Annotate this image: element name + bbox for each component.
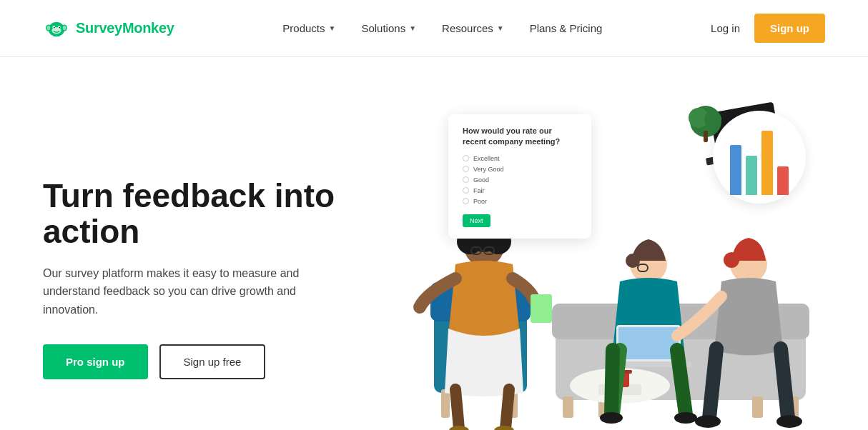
login-button[interactable]: Log in	[711, 22, 740, 34]
radio-icon	[463, 155, 469, 161]
svg-point-49	[695, 415, 721, 428]
nav-item-plans[interactable]: Plans & Pricing	[530, 22, 603, 34]
svg-point-46	[674, 412, 697, 424]
svg-rect-43	[618, 327, 679, 359]
nav-item-resources[interactable]: Resources ▼	[442, 22, 504, 34]
survey-question: How would you rate our recent company me…	[463, 126, 577, 148]
logo-icon	[43, 19, 70, 39]
hero-subtitle: Our survey platform makes it easy to mea…	[43, 264, 329, 319]
scene: How would you rate our recent company me…	[391, 100, 820, 430]
svg-point-50	[776, 415, 802, 428]
svg-point-9	[59, 26, 60, 28]
svg-point-3	[46, 25, 50, 30]
hero-illustration: How would you rate our recent company me…	[386, 100, 825, 430]
svg-point-45	[600, 412, 623, 424]
pro-signup-button[interactable]: Pro sign up	[43, 344, 148, 379]
chart-bubble	[713, 111, 806, 204]
free-signup-button[interactable]: Sign up free	[159, 344, 266, 379]
svg-point-48	[724, 252, 739, 268]
hero-section: Turn feedback into action Our survey pla…	[0, 57, 868, 430]
radio-icon	[463, 198, 469, 204]
chevron-down-icon: ▼	[409, 24, 416, 32]
svg-point-8	[54, 26, 55, 28]
logo[interactable]: SurveyMonkey	[43, 19, 174, 39]
nav-item-solutions[interactable]: Solutions ▼	[361, 22, 416, 34]
radio-icon	[463, 176, 469, 183]
survey-option-fair: Fair	[463, 187, 577, 194]
nav-actions: Log in Sign up	[711, 14, 825, 43]
svg-rect-16	[563, 396, 573, 418]
chevron-down-icon: ▼	[497, 24, 504, 32]
survey-option-poor: Poor	[463, 198, 577, 205]
radio-icon	[463, 166, 469, 172]
main-nav: Products ▼ Solutions ▼ Resources ▼ Plans…	[282, 22, 602, 34]
svg-point-12	[704, 111, 721, 128]
hero-buttons: Pro sign up Sign up free	[43, 344, 386, 379]
chart-bar-1	[730, 145, 741, 195]
survey-option-excellent: Excellent	[463, 155, 577, 162]
chart-bar-3	[761, 131, 773, 195]
svg-point-4	[63, 25, 66, 30]
hero-title: Turn feedback into action	[43, 178, 386, 250]
header: SurveyMonkey Products ▼ Solutions ▼ Reso…	[0, 0, 868, 57]
svg-rect-19	[752, 396, 763, 418]
chart-bar-4	[777, 166, 789, 195]
hero-content: Turn feedback into action Our survey pla…	[43, 178, 386, 380]
logo-text: SurveyMonkey	[76, 20, 174, 36]
survey-next-button[interactable]: Next	[463, 214, 490, 227]
signup-button[interactable]: Sign up	[754, 14, 825, 43]
survey-option-verygood: Very Good	[463, 166, 577, 173]
svg-rect-26	[441, 389, 450, 418]
radio-icon	[463, 187, 469, 194]
nav-item-products[interactable]: Products ▼	[282, 22, 335, 34]
svg-rect-36	[531, 294, 552, 323]
svg-rect-13	[704, 131, 708, 142]
chart-bar-2	[746, 156, 757, 195]
survey-card: How would you rate our recent company me…	[448, 114, 591, 239]
svg-point-37	[449, 426, 469, 430]
survey-option-good: Good	[463, 176, 577, 184]
chevron-down-icon: ▼	[329, 24, 336, 32]
